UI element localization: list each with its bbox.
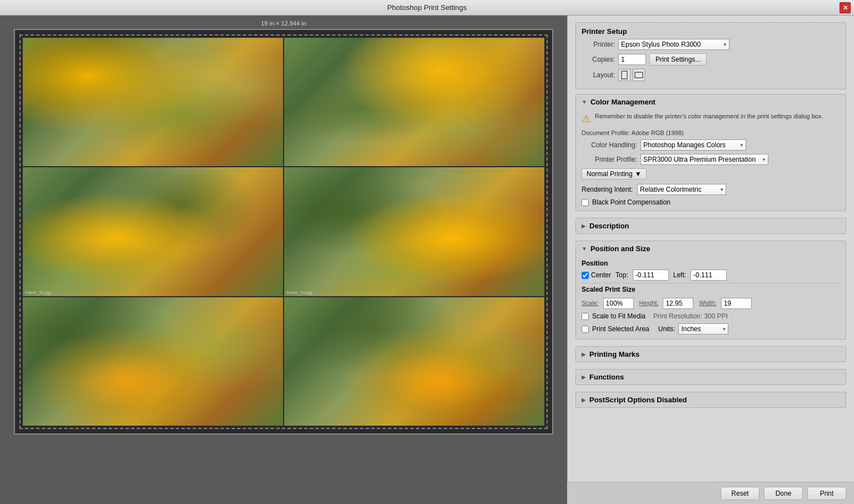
postscript-options-header[interactable]: ▶ PostScript Options Disabled — [576, 392, 846, 407]
printer-profile-select-wrapper[interactable]: SPR3000 Ultra Premium Presentation Matte — [640, 154, 768, 165]
black-point-label: Black Point Compensation — [592, 198, 671, 206]
close-button[interactable]: ✕ — [840, 2, 851, 13]
scale-to-fit-row: Scale to Fit Media Print Resolution: 300… — [582, 312, 840, 320]
photo-cell-mid-right: frame_34.pjg — [284, 167, 544, 296]
reset-button[interactable]: Reset — [721, 487, 759, 500]
position-size-content: Position Center Top: Left: Scaled Print … — [576, 256, 846, 339]
print-selected-area-checkbox[interactable] — [582, 326, 589, 333]
center-label: Center — [591, 271, 611, 279]
scale-input[interactable] — [603, 298, 634, 309]
doc-profile-row: Document Profile: Adobe RGB (1998) — [582, 129, 840, 136]
normal-printing-label: Normal Printing — [587, 170, 633, 178]
photo-cell-bot-left — [23, 297, 283, 426]
preview-area: 19 in × 12.944 in frame_31.pjg frame_34.… — [0, 16, 567, 504]
color-handling-select[interactable]: Photoshop Manages Colors — [640, 139, 746, 151]
black-point-checkbox[interactable] — [582, 199, 589, 206]
print-settings-button[interactable]: Print Settings... — [649, 53, 707, 66]
scale-group: Scale: — [582, 297, 634, 309]
print-canvas: frame_31.pjg frame_34.pjg — [14, 29, 553, 435]
svg-rect-1 — [635, 72, 643, 78]
center-checkbox[interactable] — [582, 272, 589, 279]
done-button[interactable]: Done — [764, 487, 803, 500]
print-selected-area-row: Print Selected Area Units: Inches Centim… — [582, 323, 840, 335]
description-title: Description — [589, 222, 629, 230]
printing-marks-title: Printing Marks — [589, 350, 639, 358]
layout-portrait-button[interactable] — [618, 69, 630, 81]
color-handling-select-wrapper[interactable]: Photoshop Manages Colors — [640, 139, 746, 151]
scale-to-fit-label: Scale to Fit Media — [592, 312, 646, 320]
print-selected-area-label: Print Selected Area — [592, 325, 649, 333]
color-management-arrow: ▼ — [582, 99, 587, 105]
printer-profile-select[interactable]: SPR3000 Ultra Premium Presentation Matte — [640, 154, 768, 165]
units-label: Units: — [658, 325, 676, 333]
center-label-group[interactable]: Center — [582, 271, 611, 279]
height-input[interactable] — [663, 298, 693, 309]
position-subtitle: Position — [582, 260, 840, 267]
description-header[interactable]: ▶ Description — [576, 218, 846, 233]
layout-landscape-button[interactable] — [633, 69, 645, 81]
description-section: ▶ Description — [575, 218, 846, 234]
width-group: Width: — [699, 297, 751, 309]
right-panel: Printer Setup Printer: Epson Stylus Phot… — [567, 16, 854, 482]
photo-cell-top-right — [284, 38, 544, 166]
units-select[interactable]: Inches Centimeters Millimeters — [678, 323, 728, 335]
height-label: Height: — [639, 300, 659, 306]
photo-cell-mid-left: frame_31.pjg — [23, 167, 283, 296]
right-wrapper: Printer Setup Printer: Epson Stylus Phot… — [567, 16, 854, 504]
printer-profile-row: Printer Profile: SPR3000 Ultra Premium P… — [582, 154, 840, 165]
left-label: Left: — [673, 271, 686, 279]
postscript-options-title: PostScript Options Disabled — [589, 396, 687, 404]
normal-printing-arrow: ▼ — [635, 170, 642, 178]
scale-to-fit-checkbox[interactable] — [582, 313, 589, 320]
warning-text: Remember to disable the printer's color … — [595, 113, 840, 119]
copies-row: Copies: Print Settings... — [582, 53, 840, 66]
functions-header[interactable]: ▶ Functions — [576, 370, 846, 385]
rendering-intent-select[interactable]: Relative Colorimetric — [637, 184, 726, 195]
action-bar: Reset Done Print — [567, 482, 854, 504]
layout-row: Layout: — [582, 69, 840, 81]
rendering-intent-label: Rendering Intent: — [582, 186, 633, 193]
svg-rect-0 — [622, 71, 627, 79]
canvas-size-label: 19 in × 12.944 in — [261, 20, 306, 27]
color-management-content: ⚠ Remember to disable the printer's colo… — [576, 109, 846, 211]
warning-icon: ⚠ — [582, 113, 590, 125]
description-arrow: ▶ — [582, 223, 586, 229]
color-handling-row: Color Handling: Photoshop Manages Colors — [582, 139, 840, 151]
units-select-wrapper[interactable]: Inches Centimeters Millimeters — [678, 323, 728, 335]
photo-cell-mid-left-label: frame_31.pjg — [25, 290, 51, 295]
photo-grid: frame_31.pjg frame_34.pjg — [23, 38, 544, 426]
color-management-header[interactable]: ▼ Color Management — [576, 94, 846, 109]
photo-cell-mid-right-label: frame_34.pjg — [286, 290, 312, 295]
position-size-header[interactable]: ▼ Position and Size — [576, 241, 846, 256]
color-management-title: Color Management — [590, 98, 656, 106]
printer-profile-label: Printer Profile: — [582, 156, 637, 163]
title-bar: Photoshop Print Settings ✕ — [0, 0, 854, 16]
printer-select-wrapper[interactable]: Epson Stylus Photo R3000 — [618, 39, 729, 50]
print-resolution-label: Print Resolution: 300 PPI — [653, 312, 728, 320]
left-input[interactable] — [691, 270, 727, 281]
window-title: Photoshop Print Settings — [387, 3, 466, 12]
copies-label: Copies: — [582, 56, 615, 63]
position-row: Center Top: Left: — [582, 270, 840, 281]
warning-row: ⚠ Remember to disable the printer's colo… — [582, 113, 840, 125]
top-input[interactable] — [633, 270, 669, 281]
functions-section: ▶ Functions — [575, 369, 846, 385]
postscript-options-arrow: ▶ — [582, 397, 586, 403]
width-label: Width: — [699, 300, 716, 306]
printing-marks-header[interactable]: ▶ Printing Marks — [576, 347, 846, 362]
functions-arrow: ▶ — [582, 374, 586, 380]
position-size-title: Position and Size — [590, 244, 651, 253]
print-button[interactable]: Print — [807, 487, 846, 500]
copies-input[interactable] — [618, 54, 646, 65]
printer-select[interactable]: Epson Stylus Photo R3000 — [618, 39, 729, 50]
printer-setup-section: Printer Setup Printer: Epson Stylus Phot… — [575, 22, 846, 89]
width-input[interactable] — [721, 298, 752, 309]
color-handling-label: Color Handling: — [582, 141, 637, 149]
normal-printing-button[interactable]: Normal Printing ▼ — [582, 168, 647, 179]
functions-title: Functions — [589, 373, 624, 381]
printer-label: Printer: — [582, 41, 615, 48]
rendering-intent-select-wrapper[interactable]: Relative Colorimetric — [637, 184, 726, 195]
printing-marks-section: ▶ Printing Marks — [575, 346, 846, 362]
printing-marks-arrow: ▶ — [582, 351, 586, 357]
scale-label: Scale: — [582, 300, 599, 306]
